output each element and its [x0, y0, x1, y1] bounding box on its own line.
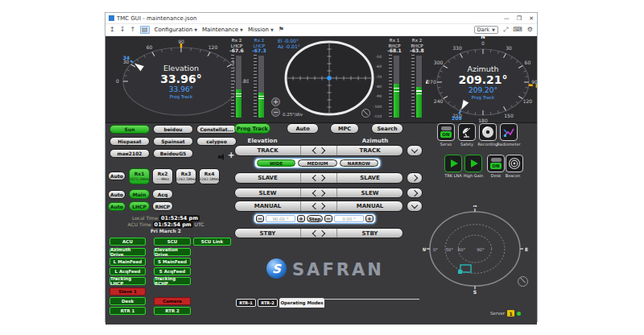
- preset-sun-button[interactable]: Sun: [109, 125, 150, 134]
- manual-expand-button[interactable]: [407, 201, 423, 212]
- manual-elevation-button[interactable]: MANUAL: [235, 201, 300, 211]
- status-scu-link[interactable]: SCU Link: [193, 238, 231, 246]
- slew-elevation-button[interactable]: SLEW: [235, 188, 300, 197]
- save-icon[interactable]: ▤: [140, 26, 150, 34]
- status-rtr-2[interactable]: RTR 2: [154, 307, 191, 315]
- minimize-button[interactable]: —: [504, 15, 510, 22]
- servo-toggle[interactable]: ON: [437, 123, 455, 141]
- reticle-zoom-in-button[interactable]: +: [271, 97, 280, 106]
- link-toggle-icon[interactable]: [300, 173, 337, 183]
- rx3-button[interactable]: Rx32242.5MHz: [175, 168, 196, 184]
- safety-button[interactable]: [458, 123, 476, 141]
- upload-icon[interactable]: ↥: [109, 27, 115, 33]
- pin-icon[interactable]: ⚑: [279, 27, 284, 33]
- rx2-button[interactable]: Rx2----MHz: [152, 168, 173, 184]
- preset-beidoug5-button[interactable]: BeidouG5: [153, 149, 193, 158]
- slave-elevation-button[interactable]: SLAVE: [235, 173, 300, 183]
- slew-azimuth-button[interactable]: SLEW: [337, 188, 402, 197]
- fullscreen-icon[interactable]: ⤢: [503, 27, 508, 33]
- menu-configuration[interactable]: Configuration▼: [155, 27, 197, 33]
- download-icon[interactable]: ↧: [120, 27, 126, 33]
- menu-mission[interactable]: Mission▼: [248, 27, 274, 33]
- elevation-increment-button[interactable]: +: [297, 215, 305, 222]
- bandwidth-narrow-button[interactable]: NARROW: [340, 159, 378, 167]
- recording-button[interactable]: [479, 123, 497, 141]
- track-expand-button[interactable]: [407, 145, 423, 156]
- pol-rhcp-button[interactable]: RHCP: [152, 201, 173, 211]
- status-tracking-rchp[interactable]: Tracking RCHP: [154, 277, 191, 285]
- pol-auto-button[interactable]: Auto: [108, 202, 126, 211]
- status-azimuth-drive[interactable]: Azimuth Drive: [109, 248, 146, 256]
- mode-prog-track-button[interactable]: Prog Track: [234, 123, 270, 134]
- theme-select[interactable]: Dark ▼: [474, 26, 498, 34]
- status-slave-1[interactable]: Slave 1: [109, 287, 146, 296]
- preset-constellation-button[interactable]: Constellat...: [196, 125, 237, 134]
- feed-acq-button[interactable]: Acq: [152, 189, 173, 199]
- menu-maintenance[interactable]: Maintenance▼: [202, 27, 243, 33]
- arrow-up-icon[interactable]: ↑: [130, 27, 135, 33]
- feed-main-button[interactable]: Main: [129, 189, 150, 199]
- close-button[interactable]: ✕: [529, 15, 534, 22]
- beacon-button[interactable]: [506, 155, 523, 172]
- link-toggle-icon[interactable]: [300, 229, 337, 238]
- status-acu[interactable]: ACU: [109, 238, 146, 246]
- track-elevation-button[interactable]: TRACK: [235, 146, 300, 155]
- jog-cross-icon[interactable]: +: [228, 151, 234, 159]
- high-gain-button[interactable]: [464, 155, 482, 172]
- link-toggle-icon[interactable]: [300, 188, 337, 197]
- tab-rtr-1[interactable]: RTR-1: [236, 299, 256, 307]
- status-scu[interactable]: SCU: [154, 238, 191, 246]
- status-l-acqfeed[interactable]: L AcqFeed: [109, 267, 146, 275]
- maximize-button[interactable]: ❐: [517, 15, 522, 22]
- link-toggle-icon[interactable]: [300, 201, 337, 211]
- chevron-down-icon: ▼: [270, 27, 274, 32]
- stby-azimuth-button[interactable]: STBY: [337, 229, 402, 238]
- svg-text:150: 150: [504, 113, 514, 118]
- azimuth-value-field[interactable]: 0.00 °: [334, 215, 364, 222]
- status-rtr-1[interactable]: RTR 1: [109, 307, 146, 315]
- preset-beidou-button[interactable]: beidou: [153, 125, 193, 134]
- azimuth-increment-button[interactable]: +: [365, 215, 374, 222]
- preset-calypso-button[interactable]: calypso: [196, 137, 237, 146]
- status-l-mainfeed[interactable]: L MainFeed: [109, 258, 146, 266]
- status-elevation-drive[interactable]: Elevation Drive: [154, 248, 191, 256]
- elevation-value-field[interactable]: 90.00 °: [266, 215, 295, 222]
- mode-search-button[interactable]: Search: [371, 123, 403, 134]
- preset-hispasat-button[interactable]: Hispasat: [109, 137, 150, 146]
- settings-gear-icon[interactable]: ⚙: [527, 27, 533, 33]
- status-s-acqfeed[interactable]: S AcqFeed: [154, 267, 191, 275]
- feed-auto-button[interactable]: Auto: [108, 190, 126, 199]
- track-azimuth-button[interactable]: TRACK: [337, 146, 402, 155]
- mode-mpc-button[interactable]: MPC: [330, 123, 359, 134]
- reticle-zoom-out-button[interactable]: −: [271, 108, 280, 117]
- bandwidth-medium-button[interactable]: MEDIUM: [298, 159, 336, 167]
- rx-auto-button[interactable]: Auto: [108, 172, 126, 180]
- elevation-decrement-button[interactable]: −: [256, 215, 264, 222]
- keyboard-icon[interactable]: ⌨: [513, 27, 522, 33]
- rx4-button[interactable]: Rx42242.5MHz: [199, 168, 220, 184]
- preset-mae2102-button[interactable]: mae2102: [109, 149, 150, 158]
- azimuth-decrement-button[interactable]: −: [324, 215, 332, 222]
- status-s-mainfeed[interactable]: S MainFeed: [154, 258, 191, 266]
- tab-operating-modes[interactable]: Operating Modes: [279, 298, 324, 308]
- status-desk[interactable]: Desk: [109, 297, 146, 305]
- mode-auto-button[interactable]: Auto: [287, 123, 319, 134]
- status-camera[interactable]: Camera: [154, 297, 191, 305]
- slave-expand-button[interactable]: [407, 172, 423, 184]
- desk-toggle[interactable]: ON: [487, 155, 505, 172]
- step-button[interactable]: Step: [307, 215, 323, 222]
- trk-lna-button[interactable]: [444, 155, 462, 172]
- slew-expand-button[interactable]: [407, 188, 423, 198]
- link-toggle-icon[interactable]: [300, 146, 337, 155]
- bandwidth-wide-button[interactable]: WIDE: [257, 159, 295, 167]
- stby-elevation-button[interactable]: STBY: [235, 229, 300, 238]
- slave-azimuth-button[interactable]: SLAVE: [337, 173, 402, 183]
- pol-lhcp-button[interactable]: LHCP: [129, 201, 150, 211]
- audio-mute-icon[interactable]: [218, 154, 225, 160]
- preset-spainsat-button[interactable]: Spainsat: [153, 137, 193, 146]
- manual-azimuth-button[interactable]: MANUAL: [337, 201, 402, 211]
- radiometer-button[interactable]: [500, 123, 518, 141]
- tab-rtr-2[interactable]: RTR-2: [258, 299, 278, 307]
- rx1-button[interactable]: Rx12075.5MHz: [129, 168, 150, 184]
- status-tracking-lhcp[interactable]: Tracking LHCP: [109, 277, 146, 285]
